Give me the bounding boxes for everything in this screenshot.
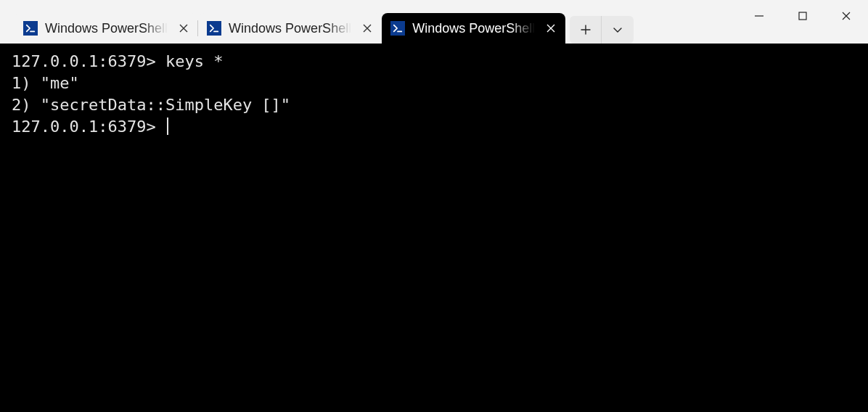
- command: keys *: [165, 52, 223, 70]
- output-line: 1) "me": [12, 74, 79, 92]
- new-tab-dropdown[interactable]: [602, 16, 634, 44]
- terminal-body[interactable]: 127.0.0.1:6379> keys * 1) "me" 2) "secre…: [0, 44, 868, 412]
- tab-actions: [570, 16, 634, 44]
- new-tab-button[interactable]: [570, 16, 602, 44]
- terminal-window: Windows PowerShell Windows PowerShell: [0, 0, 868, 412]
- powershell-icon: [207, 21, 221, 36]
- tab-close-button[interactable]: [542, 20, 560, 37]
- powershell-icon: [390, 21, 405, 36]
- tab-title: Windows PowerShell: [45, 21, 168, 36]
- minimize-button[interactable]: [737, 0, 781, 32]
- titlebar: Windows PowerShell Windows PowerShell: [0, 0, 868, 44]
- close-button[interactable]: [824, 0, 868, 32]
- tab-powershell-1[interactable]: Windows PowerShell: [15, 13, 198, 44]
- tab-title: Windows PowerShell: [412, 21, 535, 36]
- tab-strip: Windows PowerShell Windows PowerShell: [0, 0, 634, 44]
- maximize-button[interactable]: [781, 0, 824, 32]
- tab-title: Windows PowerShell: [229, 21, 351, 36]
- tab-powershell-3-active[interactable]: Windows PowerShell: [382, 13, 565, 44]
- tab-powershell-2[interactable]: Windows PowerShell: [198, 13, 382, 44]
- prompt: 127.0.0.1:6379>: [12, 118, 165, 136]
- powershell-icon: [23, 21, 38, 36]
- tab-close-button[interactable]: [359, 20, 376, 37]
- text-cursor: [167, 118, 168, 135]
- window-controls: [737, 0, 868, 32]
- prompt: 127.0.0.1:6379>: [12, 52, 165, 70]
- tab-close-button[interactable]: [175, 20, 192, 37]
- output-line: 2) "secretData::SimpleKey []": [12, 96, 290, 114]
- svg-rect-0: [799, 12, 806, 20]
